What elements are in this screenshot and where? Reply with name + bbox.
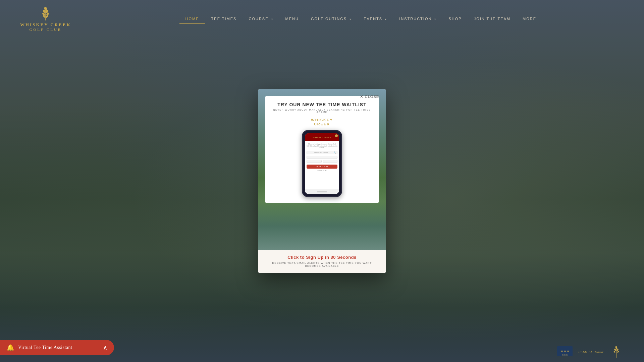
phone-close-btn xyxy=(335,134,338,137)
cta-subtitle: RECEIVE TEXT/EMAIL ALERTS WHEN THE TEE T… xyxy=(265,261,379,267)
modal-brand-logo: WHISKEY CREEK xyxy=(272,118,372,126)
phone-search-text: Whiskey Creek Golf Club xyxy=(308,152,334,153)
phone-search-bar: Whiskey Creek Golf Club 🔍 xyxy=(307,151,337,154)
phone-body-text: Tell us your booking preferences for Whi… xyxy=(307,143,337,149)
modal-close-button[interactable]: ✕ CLOSE xyxy=(357,93,382,101)
modal-title: TRY OUR NEW TEE TIME WAITLIST xyxy=(272,102,372,107)
phone-field-half-1 xyxy=(307,160,322,163)
phone-bottom-area xyxy=(305,189,339,194)
cta-title[interactable]: Click to Sign Up in 30 Seconds xyxy=(265,255,379,260)
phone-search-icon: 🔍 xyxy=(334,152,336,154)
phone-btn-label: JOIN WAITLIST xyxy=(316,166,328,167)
phone-mockup: WHISKEY CREEK Tell us your booking prefe… xyxy=(302,130,342,197)
phone-join-btn: JOIN WAITLIST xyxy=(307,165,337,169)
va-label: Virtual Tee Time Assistant xyxy=(18,345,99,350)
close-label: CLOSE xyxy=(365,95,379,99)
modal-backdrop: ✕ CLOSE TRY OUR NEW TEE TIME WAITLIST NE… xyxy=(0,0,644,362)
modal-content-card: TRY OUR NEW TEE TIME WAITLIST NEVER WORR… xyxy=(265,96,379,203)
phone-field-1 xyxy=(307,156,337,159)
phone-header: WHISKEY CREEK xyxy=(305,133,339,141)
phone-content: Tell us your booking preferences for Whi… xyxy=(305,141,339,189)
phone-app-logo: WHISKEY CREEK xyxy=(313,136,331,138)
phone-field-half-2 xyxy=(323,160,338,163)
close-x-icon: ✕ xyxy=(360,94,364,99)
phone-screen: WHISKEY CREEK Tell us your booking prefe… xyxy=(305,133,339,194)
modal-background-image: TRY OUR NEW TEE TIME WAITLIST NEVER WORR… xyxy=(258,89,386,250)
phone-home-indicator xyxy=(317,191,327,192)
phone-fields-row xyxy=(307,160,337,163)
bell-icon: 🔔 xyxy=(7,344,14,351)
phone-footer: Powered by WaitTime xyxy=(307,170,337,171)
virtual-assistant-bar[interactable]: 🔔 Virtual Tee Time Assistant ∧ xyxy=(0,340,114,355)
waitlist-modal: ✕ CLOSE TRY OUR NEW TEE TIME WAITLIST NE… xyxy=(258,89,386,273)
chevron-up-icon: ∧ xyxy=(103,344,107,351)
modal-brand-sub: CREEK xyxy=(314,122,330,126)
modal-cta-section[interactable]: Click to Sign Up in 30 Seconds RECEIVE T… xyxy=(258,250,386,273)
modal-brand-name: WHISKEY xyxy=(311,118,333,122)
modal-subtitle: NEVER WORRY ABOUT MANUALLY SEARCHING FOR… xyxy=(272,109,372,113)
